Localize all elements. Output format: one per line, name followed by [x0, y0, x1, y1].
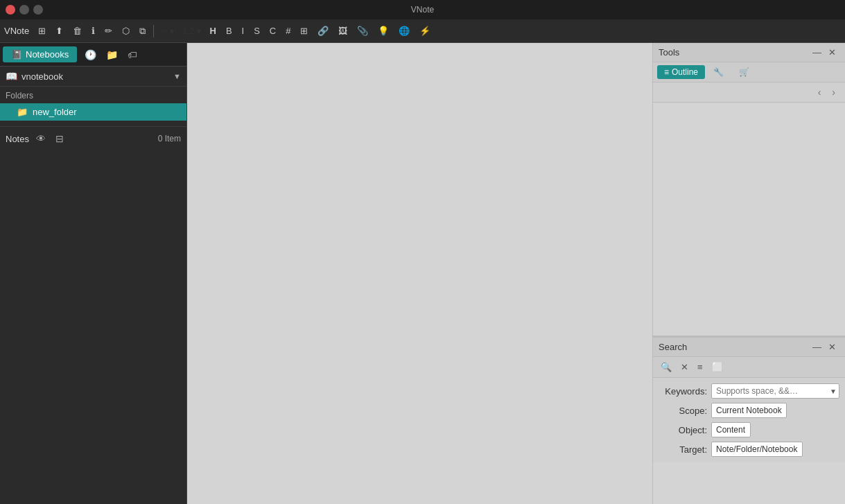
folder-item-new-folder[interactable]: 📁 new_folder	[0, 103, 186, 121]
edit-button[interactable]: ✏	[101, 24, 116, 37]
folder-name: new_folder	[33, 107, 77, 117]
import-button[interactable]: ⬆	[52, 24, 67, 37]
target-label: Target:	[659, 444, 707, 455]
tab-cart[interactable]: 🛒	[732, 65, 756, 79]
folder-icon: 📁	[17, 107, 28, 117]
view-button[interactable]: ⧉	[136, 24, 149, 37]
notebooks-label: Notebooks	[26, 49, 69, 60]
sidebar-tabs: 📓 Notebooks 🕐 📁 🏷	[0, 43, 186, 67]
notebook-name: vnotebook	[21, 71, 173, 82]
tab-outline[interactable]: ≡ Outline	[657, 65, 705, 79]
link-button[interactable]: 🔗	[314, 24, 332, 37]
heading-dropdown[interactable]: 1.2 ▾	[180, 24, 203, 38]
search-panel-header: Search — ✕	[653, 337, 845, 357]
minimize-button[interactable]	[19, 5, 29, 15]
tools-panel: Tools — ✕ ≡ Outline 🔧 🛒 ‹ ›	[653, 43, 845, 337]
search-form: Keywords: ▼ Scope: Current Notebook All …	[653, 378, 845, 462]
notebook-dropdown-icon: ▼	[173, 72, 181, 80]
hash-button[interactable]: #	[282, 24, 294, 37]
new-notebook-button[interactable]: ⊞	[35, 24, 49, 37]
notebook-header[interactable]: 📖 vnotebook ▼	[0, 67, 186, 87]
editor-content[interactable]	[187, 43, 652, 504]
tools-nav: ‹ ›	[653, 82, 845, 103]
folders-label: Folders	[0, 87, 186, 103]
tools-nav-next[interactable]: ›	[828, 85, 839, 99]
cart-icon: 🛒	[739, 67, 749, 77]
toolbar-separator-1	[153, 25, 154, 37]
scope-row: Scope: Current Notebook All Notebooks	[659, 403, 839, 418]
editor-area	[187, 43, 652, 504]
outline-label: Outline	[672, 67, 698, 77]
flash-button[interactable]: ⚡	[416, 24, 434, 37]
notes-layout-button[interactable]: ⊟	[53, 132, 67, 145]
scope-select-wrapper: Current Notebook All Notebooks	[711, 403, 839, 418]
globe-button[interactable]: 🌐	[395, 24, 413, 37]
italic-button[interactable]: I	[238, 24, 248, 37]
notes-count: 0 Item	[158, 134, 181, 144]
table-button[interactable]: ⊞	[297, 24, 311, 37]
search-options-button[interactable]: ≡	[694, 360, 706, 374]
outline-icon: ≡	[664, 67, 669, 77]
keywords-label: Keywords:	[659, 386, 707, 397]
search-view-button[interactable]: ⬜	[708, 360, 726, 374]
tools-minimize-button[interactable]: —	[809, 46, 825, 59]
tab-wrench[interactable]: 🔧	[706, 65, 731, 79]
image-button[interactable]: 🖼	[335, 24, 351, 37]
search-minimize-button[interactable]: —	[809, 340, 825, 354]
recent-button[interactable]: 🕐	[80, 46, 101, 63]
tools-close-button[interactable]: ✕	[825, 46, 839, 59]
main-container: 📓 Notebooks 🕐 📁 🏷 📖 vnotebook ▼ Folders …	[0, 43, 845, 504]
delete-button[interactable]: 🗑	[69, 24, 85, 37]
search-toolbar: 🔍 ✕ ≡ ⬜	[653, 357, 845, 378]
sidebar: 📓 Notebooks 🕐 📁 🏷 📖 vnotebook ▼ Folders …	[0, 43, 187, 504]
pen-dropdown[interactable]: ✏ ▾	[158, 24, 177, 38]
search-panel-title: Search	[659, 342, 809, 352]
right-panel: Tools — ✕ ≡ Outline 🔧 🛒 ‹ ›	[652, 43, 845, 504]
share-button[interactable]: ⬡	[119, 24, 133, 37]
object-select-wrapper: Content Name	[711, 422, 839, 437]
tools-content	[653, 103, 845, 336]
tools-tabs: ≡ Outline 🔧 🛒	[653, 62, 845, 82]
object-select[interactable]: Content Name	[711, 422, 751, 437]
strikethrough-button[interactable]: S	[250, 24, 263, 37]
folder-button[interactable]: 📁	[101, 46, 123, 63]
window-title: VNote	[411, 5, 434, 15]
search-results-area	[653, 462, 845, 504]
search-panel: Search — ✕ 🔍 ✕ ≡ ⬜ Keywords: ▼	[653, 337, 845, 504]
maximize-button[interactable]	[33, 5, 43, 15]
tools-panel-header: Tools — ✕	[653, 43, 845, 62]
notebooks-icon: 📓	[11, 49, 22, 60]
target-row: Target: Note/Folder/Notebook Note Folder…	[659, 442, 839, 457]
keywords-input-wrapper: ▼	[711, 383, 839, 399]
search-close-button[interactable]: ✕	[825, 340, 839, 354]
bold-button[interactable]: B	[223, 24, 236, 37]
tools-nav-prev[interactable]: ‹	[814, 85, 826, 99]
scope-select[interactable]: Current Notebook All Notebooks	[711, 403, 787, 418]
info-button[interactable]: ℹ	[88, 24, 98, 37]
titlebar-buttons	[6, 5, 43, 15]
search-clear-button[interactable]: ✕	[677, 360, 692, 374]
titlebar: VNote	[0, 0, 845, 19]
tip-button[interactable]: 💡	[374, 24, 392, 37]
keywords-input[interactable]	[711, 383, 839, 399]
object-row: Object: Content Name	[659, 422, 839, 437]
notes-label: Notes	[6, 134, 29, 144]
target-select-wrapper: Note/Folder/Notebook Note Folder Noteboo…	[711, 442, 839, 457]
notes-eye-button[interactable]: 👁	[33, 132, 49, 145]
scope-label: Scope:	[659, 406, 707, 416]
target-select[interactable]: Note/Folder/Notebook Note Folder Noteboo…	[711, 442, 803, 457]
search-start-button[interactable]: 🔍	[657, 360, 675, 374]
keywords-row: Keywords: ▼	[659, 383, 839, 399]
code-button[interactable]: C	[266, 24, 279, 37]
wrench-icon: 🔧	[713, 67, 724, 77]
close-button[interactable]	[6, 5, 15, 15]
notebook-icon: 📖	[6, 71, 17, 82]
attach-button[interactable]: 📎	[354, 24, 372, 37]
notes-section: Notes 👁 ⊟ 0 Item	[0, 126, 186, 150]
heading-btn[interactable]: H	[207, 24, 220, 37]
app-toolbar: VNote ⊞ ⬆ 🗑 ℹ ✏ ⬡ ⧉ ✏ ▾ 1.2 ▾ H B I S C …	[0, 19, 845, 43]
app-label: VNote	[4, 26, 29, 36]
object-label: Object:	[659, 425, 707, 435]
tag-button[interactable]: 🏷	[123, 46, 142, 63]
tab-notebooks[interactable]: 📓 Notebooks	[3, 46, 77, 62]
